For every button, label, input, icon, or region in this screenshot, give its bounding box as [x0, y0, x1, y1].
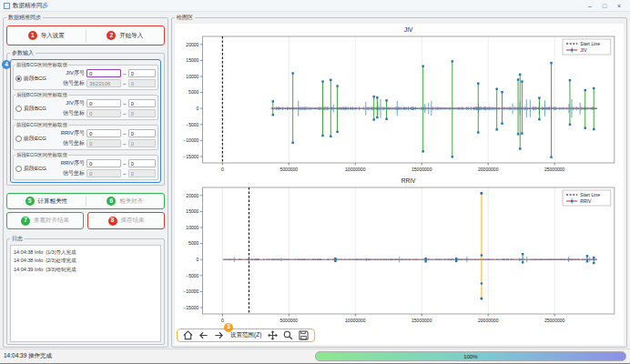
front-ecg-coord-start-input[interactable] — [86, 139, 121, 147]
radio-front-ecg[interactable]: 前段ECG — [15, 135, 57, 143]
sync-panel-title: 数据精准同步 — [6, 14, 43, 22]
rear-bcg-coord-end-input[interactable] — [128, 109, 156, 117]
front-bcg-coord-end-input[interactable] — [128, 79, 156, 87]
front-ecg-section: 前段ECG区间坐标取值 前段ECG RRIV序号 ~ — [13, 122, 158, 150]
log-entry: 14:04:38 Info: (2/3)处理完成 — [14, 257, 158, 265]
svg-text:Start Line: Start Line — [580, 41, 600, 46]
svg-text:0: 0 — [221, 167, 224, 173]
svg-text:−5000: −5000 — [186, 273, 198, 278]
front-bcg-coord-start-input[interactable] — [86, 79, 121, 87]
back-button[interactable] — [198, 330, 209, 340]
svg-text:5000: 5000 — [188, 240, 198, 246]
front-bcg-jiv-end-input[interactable] — [128, 69, 156, 77]
status-text: 14:04:39 操作完成 — [4, 352, 52, 360]
front-ecg-rriv-start-input[interactable] — [86, 129, 121, 137]
front-bcg-jiv-start-input[interactable] — [86, 69, 121, 77]
home-button[interactable] — [182, 330, 194, 340]
rear-ecg-section: 后段ECG区间坐标取值 后段ECG RRIV序号 ~ — [13, 152, 158, 180]
svg-text:5000: 5000 — [188, 89, 198, 95]
radio-icon — [15, 106, 22, 112]
jiv-chart[interactable]: 0500000010000000150000002000000025000000… — [175, 24, 624, 175]
zoom-icon[interactable] — [282, 330, 294, 340]
save-icon[interactable] — [298, 330, 310, 340]
params-panel: 参数输入 4 前段BCG区间坐标取值 前段BCG JIV序号 — [6, 49, 165, 186]
step-marker-7: 7 — [21, 217, 30, 226]
pan-icon[interactable] — [267, 330, 279, 340]
svg-text:JIV: JIV — [580, 47, 587, 53]
radio-rear-bcg[interactable]: 后段BCG — [15, 105, 57, 113]
rear-bcg-section: 后段BCG区间坐标取值 后段BCG JIV序号 ~ — [13, 92, 158, 120]
plot-area-title: 绘图区 — [175, 14, 195, 22]
front-ecg-rriv-end-input[interactable] — [128, 129, 156, 137]
svg-text:−15000: −15000 — [183, 154, 198, 159]
annotation-box-correlation: 5 计算相关性 6 相关对齐 — [6, 193, 165, 209]
plot-area-panel: 绘图区 050000001000000015000000200000002500… — [171, 14, 627, 348]
status-bar: 14:04:39 操作完成 100% — [0, 349, 630, 363]
log-panel-title: 日志 — [10, 235, 25, 243]
front-ecg-coord-end-input[interactable] — [128, 139, 156, 147]
step-marker-4: 4 — [2, 60, 11, 69]
svg-text:10000: 10000 — [186, 74, 198, 79]
svg-text:RRIV: RRIV — [401, 177, 416, 184]
progress-bar: 100% — [315, 351, 626, 361]
svg-text:25000000: 25000000 — [544, 167, 565, 173]
maximize-icon[interactable]: □ — [597, 3, 612, 9]
view-align-result-button[interactable]: 7 查看对齐结果 — [7, 213, 83, 228]
radio-front-bcg[interactable]: 前段BCG — [15, 75, 57, 83]
log-entry: 14:04:38 Info: (1/3)导入完成 — [14, 248, 158, 257]
step-marker-6: 6 — [107, 197, 116, 206]
front-bcg-section: 前段BCG区间坐标取值 前段BCG JIV序号 ~ — [13, 62, 158, 90]
log-panel: 日志 14:04:38 Info: (1/3)导入完成 14:04:38 Inf… — [6, 235, 165, 345]
forward-button[interactable] — [213, 330, 225, 340]
svg-text:20000: 20000 — [186, 193, 198, 198]
start-import-button[interactable]: 2 开始导入 — [86, 26, 165, 45]
svg-text:0: 0 — [197, 106, 199, 111]
window-title: 数据精准同步 — [13, 2, 48, 10]
radio-icon — [15, 136, 22, 142]
title-bar: 数据精准同步 – □ × — [0, 0, 630, 12]
progress-label: 100% — [463, 354, 477, 359]
annotation-box-params: 4 前段BCG区间坐标取值 前段BCG JIV序号 ~ — [10, 59, 161, 183]
svg-text:15000000: 15000000 — [412, 318, 432, 324]
step-marker-2: 2 — [107, 31, 116, 40]
rear-ecg-rriv-end-input[interactable] — [128, 159, 156, 167]
minimize-icon[interactable]: – — [583, 3, 597, 9]
svg-text:15000: 15000 — [186, 57, 198, 63]
rear-ecg-coord-end-input[interactable] — [128, 169, 156, 177]
svg-text:5000000: 5000000 — [279, 167, 298, 173]
annotation-box-view-result: 7 查看对齐结果 — [6, 212, 84, 229]
svg-text:20000: 20000 — [186, 42, 198, 47]
set-range-button[interactable]: 3 设置范围(Z) — [229, 331, 263, 339]
step-marker-8: 8 — [108, 217, 117, 226]
rriv-chart[interactable]: 0500000010000000150000002000000025000000… — [175, 175, 624, 326]
params-panel-title: 参数输入 — [10, 49, 36, 57]
svg-text:10000000: 10000000 — [345, 318, 366, 324]
app-icon — [4, 3, 10, 9]
step-marker-1: 1 — [28, 31, 37, 40]
compute-correlation-button[interactable]: 5 计算相关性 — [7, 194, 86, 208]
svg-text:20000000: 20000000 — [478, 167, 499, 173]
log-list[interactable]: 14:04:38 Info: (1/3)导入完成 14:04:38 Info: … — [10, 245, 161, 342]
svg-text:15000000: 15000000 — [412, 167, 432, 173]
save-result-button[interactable]: 8 保存结果 — [88, 213, 164, 228]
import-settings-button[interactable]: 1 导入设置 — [7, 26, 86, 45]
step-marker-5: 5 — [25, 197, 35, 206]
svg-text:15000: 15000 — [186, 208, 198, 214]
correlation-align-button[interactable]: 6 相关对齐 — [86, 194, 165, 208]
mpl-toolbar: 3 设置范围(Z) — [175, 326, 624, 344]
annotation-box-save-result: 8 保存结果 — [87, 212, 165, 229]
svg-text:0: 0 — [221, 318, 224, 324]
rear-bcg-jiv-start-input[interactable] — [86, 99, 121, 107]
rear-bcg-jiv-end-input[interactable] — [128, 99, 156, 107]
radio-rear-ecg[interactable]: 后段ECG — [15, 165, 57, 173]
svg-text:−15000: −15000 — [183, 305, 198, 310]
rear-ecg-coord-start-input[interactable] — [86, 169, 121, 177]
annotation-box-toolbar: 3 设置范围(Z) — [177, 329, 315, 342]
sync-panel: 数据精准同步 1 导入设置 2 开始导入 参数输入 4 前段BCG区间坐标取值 — [3, 14, 168, 348]
annotation-box-import: 1 导入设置 2 开始导入 — [6, 25, 165, 46]
close-icon[interactable]: × — [612, 3, 626, 9]
rear-ecg-rriv-start-input[interactable] — [86, 159, 121, 167]
svg-text:−5000: −5000 — [186, 122, 198, 127]
rear-bcg-coord-start-input[interactable] — [86, 109, 121, 117]
radio-icon — [15, 166, 22, 172]
